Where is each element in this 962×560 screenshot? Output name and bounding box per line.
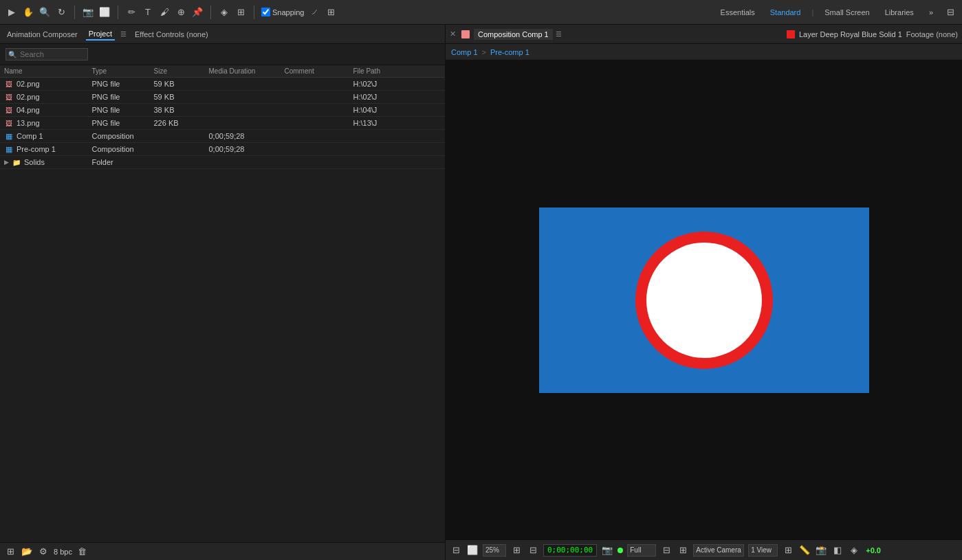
viewer-icon2[interactable]: ⬜: [466, 544, 479, 557]
workspace-options-icon[interactable]: ⊟: [944, 6, 956, 19]
transform-icon[interactable]: ⊞: [234, 6, 247, 19]
new-folder-icon[interactable]: 📂: [21, 546, 33, 558]
grid-icon[interactable]: ⊞: [782, 544, 794, 557]
composition-viewer[interactable]: [446, 60, 962, 539]
text-tool-icon[interactable]: T: [142, 6, 154, 19]
snap2-icon[interactable]: ⊞: [325, 6, 338, 19]
comp-panel-tabs: ✕ Composition Comp 1 ☰ Layer Deep Royal …: [446, 25, 962, 44]
shape-tool-icon[interactable]: ⬜: [98, 6, 111, 19]
layer-label-display: Layer Deep Royal Blue Solid 1 Footage (n…: [787, 30, 958, 38]
comp-canvas: [539, 208, 869, 393]
list-item[interactable]: 🖼 04.png PNG file 38 KB H:\04\J: [0, 104, 445, 117]
toolbar-sep-1: [74, 5, 75, 19]
compare-icon[interactable]: ◧: [831, 544, 844, 557]
list-item[interactable]: 🖼 13.png PNG file 226 KB H:\13\J: [0, 117, 445, 130]
folder-expand-icon[interactable]: ▶: [4, 159, 9, 166]
col-size: Size: [154, 67, 209, 75]
left-panel: Animation Composer Project ☰ Effect Cont…: [0, 25, 446, 560]
region-icon[interactable]: ⊟: [527, 544, 539, 557]
comp-icon: ▦: [4, 144, 14, 154]
channel-icon[interactable]: ◈: [848, 544, 860, 557]
camera-tool-icon[interactable]: 📷: [82, 6, 94, 19]
viewer-timecode[interactable]: 0;00;00;00: [543, 544, 597, 557]
puppet-tool-icon[interactable]: 📌: [191, 6, 204, 19]
rotate-tool-icon[interactable]: ↻: [55, 6, 67, 19]
tab-composition[interactable]: Composition Comp 1: [474, 29, 553, 40]
toolbar-sep-2: [118, 5, 118, 19]
zoom-tool-icon[interactable]: 🔍: [39, 6, 51, 19]
clone-tool-icon[interactable]: ⊕: [175, 6, 187, 19]
left-panel-tabs: Animation Composer Project ☰ Effect Cont…: [0, 25, 445, 44]
list-item[interactable]: 🖼 02.png PNG file 59 KB H:\02\J: [0, 78, 445, 91]
view-count-group: 1 View 2 Views 4 Views: [748, 544, 778, 557]
col-name: Name: [4, 67, 92, 75]
comp-icon: ▦: [4, 131, 14, 141]
png-icon: 🖼: [4, 118, 14, 128]
circle-outer: [635, 232, 773, 369]
breadcrumb-bar: Comp 1 > Pre-comp 1: [446, 44, 962, 60]
project-panel-menu[interactable]: ☰: [120, 30, 127, 38]
active-camera-select[interactable]: Active Camera: [693, 544, 744, 557]
quality-select[interactable]: Full Half Quarter: [627, 544, 656, 557]
quality-group: Full Half Quarter: [627, 544, 656, 557]
zoom-group: 25% 50% 100%: [483, 544, 506, 557]
bpc-label: 8 bpc: [54, 548, 72, 556]
top-toolbar: ▶ ✋ 🔍 ↻ 📷 ⬜ ✏ T 🖌 ⊕ 📌 ◈ ⊞ Snapping ⟋ ⊞ E…: [0, 0, 962, 25]
hand-tool-icon[interactable]: ✋: [22, 6, 34, 19]
project-table-header: Name Type Size Media Duration Comment Fi…: [0, 65, 445, 78]
selection-tool-icon[interactable]: ▶: [6, 6, 18, 19]
fit-icon[interactable]: ⊞: [510, 544, 523, 557]
viewer-icon1[interactable]: ⊟: [450, 544, 462, 557]
exposure-value: +0.0: [866, 546, 881, 555]
layer-color-indicator: [787, 30, 795, 38]
comp-panel-close[interactable]: ✕: [450, 30, 456, 38]
view-count-select[interactable]: 1 View 2 Views 4 Views: [748, 544, 778, 557]
ruler-icon[interactable]: 📏: [798, 544, 811, 557]
tab-libraries[interactable]: Libraries: [881, 7, 918, 18]
snapping-checkbox[interactable]: [261, 8, 270, 16]
tab-small-screen[interactable]: Small Screen: [820, 7, 873, 18]
tab-standard[interactable]: Standard: [766, 7, 805, 18]
tab-project[interactable]: Project: [86, 28, 115, 41]
new-comp-icon[interactable]: ⊞: [4, 546, 17, 558]
png-icon: 🖼: [4, 105, 14, 115]
motion-track-icon[interactable]: ◈: [218, 6, 230, 19]
list-item[interactable]: ▶ 📁 Solids Folder: [0, 156, 445, 169]
circle-inner: [646, 243, 762, 358]
tab-animation-composer[interactable]: Animation Composer: [4, 29, 80, 40]
viewer-controls: ⊟ ⬜ 25% 50% 100% ⊞ ⊟ 0;00;00;00 📷 Full: [446, 539, 962, 560]
breadcrumb-comp1[interactable]: Comp 1: [451, 48, 478, 56]
viewer-icon3[interactable]: ⊟: [660, 544, 673, 557]
main-area: Animation Composer Project ☰ Effect Cont…: [0, 25, 962, 560]
paint-tool-icon[interactable]: 🖌: [158, 6, 171, 19]
comp-panel-menu[interactable]: ☰: [556, 30, 562, 38]
delete-icon[interactable]: 🗑: [76, 546, 89, 558]
camera-view-group: Active Camera: [693, 544, 744, 557]
more-workspaces-button[interactable]: »: [925, 7, 937, 18]
list-item[interactable]: ▦ Comp 1 Composition 0;00;59;28: [0, 130, 445, 143]
col-comment: Comment: [285, 67, 353, 75]
right-panel: ✕ Composition Comp 1 ☰ Layer Deep Royal …: [446, 25, 962, 560]
snapping-label[interactable]: Snapping: [261, 8, 305, 16]
snapshot-icon[interactable]: 📸: [815, 544, 827, 557]
green-dot: [617, 548, 623, 553]
tab-effect-controls[interactable]: Effect Controls (none): [132, 29, 211, 40]
tab-essentials[interactable]: Essentials: [717, 7, 759, 18]
breadcrumb-precomp1[interactable]: Pre-comp 1: [490, 48, 529, 56]
workspace-tabs: Essentials Standard | Small Screen Libra…: [717, 6, 956, 19]
list-item[interactable]: ▦ Pre-comp 1 Composition 0;00;59;28: [0, 143, 445, 156]
toolbar-sep-3: [210, 5, 211, 19]
zoom-select[interactable]: 25% 50% 100%: [483, 544, 506, 557]
list-item[interactable]: 🖼 02.png PNG file 59 KB H:\02\J: [0, 91, 445, 104]
snap-icon[interactable]: ⟋: [309, 6, 321, 19]
project-panel: Name Type Size Media Duration Comment Fi…: [0, 44, 445, 560]
camera-icon[interactable]: 📷: [601, 544, 613, 557]
project-bottom-toolbar: ⊞ 📂 ⚙ 8 bpc 🗑: [0, 542, 445, 560]
png-icon: 🖼: [4, 79, 14, 89]
pen-tool-icon[interactable]: ✏: [125, 6, 138, 19]
project-settings-icon[interactable]: ⚙: [37, 546, 50, 558]
viewer-icon4[interactable]: ⊞: [677, 544, 689, 557]
project-file-list: 🖼 02.png PNG file 59 KB H:\02\J 🖼 02.png: [0, 78, 445, 542]
project-search-input[interactable]: [6, 48, 88, 60]
col-type: Type: [92, 67, 154, 75]
